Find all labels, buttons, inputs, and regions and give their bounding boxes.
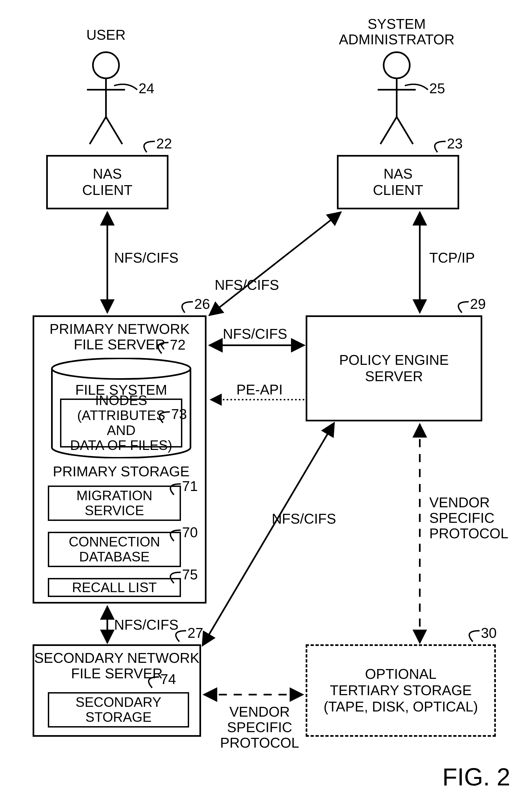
svg-point-5 (384, 52, 410, 78)
svg-line-18 (203, 423, 334, 646)
policy-label: POLICY ENGINE SERVER (339, 352, 449, 385)
ref-26: 26 (194, 296, 210, 312)
ref-22: 22 (156, 135, 172, 152)
edge-vendor-vert: VENDOR SPECIFIC PROTOCOL (429, 495, 508, 542)
edge-nfs-1: NFS/CIFS (114, 250, 178, 266)
primary-server: PRIMARY NETWORK FILE SERVER FILE SYSTEM … (33, 315, 207, 603)
ref-75: 75 (182, 566, 198, 583)
ref-73: 73 (171, 406, 187, 422)
recall-label: RECALL LIST (72, 580, 157, 595)
ref-23: 23 (447, 135, 463, 152)
recall-list-box: RECALL LIST (48, 578, 181, 597)
ref-25: 25 (429, 80, 445, 96)
secondary-storage-label: SECONDARY STORAGE (76, 695, 162, 725)
ref-29: 29 (470, 296, 486, 312)
svg-line-15 (209, 212, 341, 315)
edge-nfs-diag2: NFS/CIFS (272, 511, 336, 527)
nas-client-2-label: NAS CLIENT (373, 166, 423, 199)
primary-storage-cylinder: FILE SYSTEM INODES (ATTRIBUTES AND DATA … (51, 358, 192, 459)
ref-71: 71 (182, 478, 198, 494)
policy-server: POLICY ENGINE SERVER (306, 315, 482, 422)
ref-74: 74 (160, 671, 176, 687)
figure-caption: FIG. 2 (442, 763, 510, 791)
primary-storage-caption: PRIMARY STORAGE (34, 464, 208, 479)
edge-vendor-horiz: VENDOR SPECIFIC PROTOCOL (220, 704, 299, 751)
svg-point-0 (93, 52, 119, 78)
edge-nfs-vert2: NFS/CIFS (114, 617, 178, 633)
svg-line-3 (90, 117, 106, 144)
actor-admin-label: SYSTEM ADMINISTRATOR (321, 16, 473, 47)
nas-client-1-label: NAS CLIENT (82, 166, 133, 199)
svg-line-4 (106, 117, 122, 144)
ref-24: 24 (138, 80, 154, 96)
tertiary-storage: OPTIONAL TERTIARY STORAGE (TAPE, DISK, O… (306, 644, 496, 737)
edge-tcpip: TCP/IP (429, 250, 475, 266)
edge-nfs-horiz: NFS/CIFS (223, 326, 287, 342)
connection-db-box: CONNECTION DATABASE (48, 532, 181, 567)
migration-label: MIGRATION SERVICE (76, 488, 152, 518)
ref-72: 72 (170, 337, 186, 353)
svg-point-10 (52, 358, 190, 379)
ref-70: 70 (182, 524, 198, 540)
svg-line-8 (380, 117, 397, 144)
actor-user-label: USER (71, 27, 141, 43)
migration-service-box: MIGRATION SERVICE (48, 486, 181, 521)
edge-nfs-diag1: NFS/CIFS (215, 277, 279, 293)
secondary-server: SECONDARY NETWORK FILE SERVER SECONDARY … (33, 644, 201, 737)
svg-line-9 (397, 117, 413, 144)
inodes-label: INODES (ATTRIBUTES AND DATA OF FILES) (61, 393, 181, 453)
inodes-box: INODES (ATTRIBUTES AND DATA OF FILES) (60, 398, 182, 447)
ref-30: 30 (481, 625, 497, 641)
tertiary-label: OPTIONAL TERTIARY STORAGE (TAPE, DISK, O… (324, 666, 478, 715)
secondary-storage-box: SECONDARY STORAGE (48, 692, 189, 728)
nas-client-2: NAS CLIENT (337, 155, 459, 209)
ref-27: 27 (188, 625, 203, 641)
conn-db-label: CONNECTION DATABASE (69, 535, 160, 564)
nas-client-1: NAS CLIENT (46, 155, 169, 209)
edge-peapi: PE-API (236, 382, 283, 397)
